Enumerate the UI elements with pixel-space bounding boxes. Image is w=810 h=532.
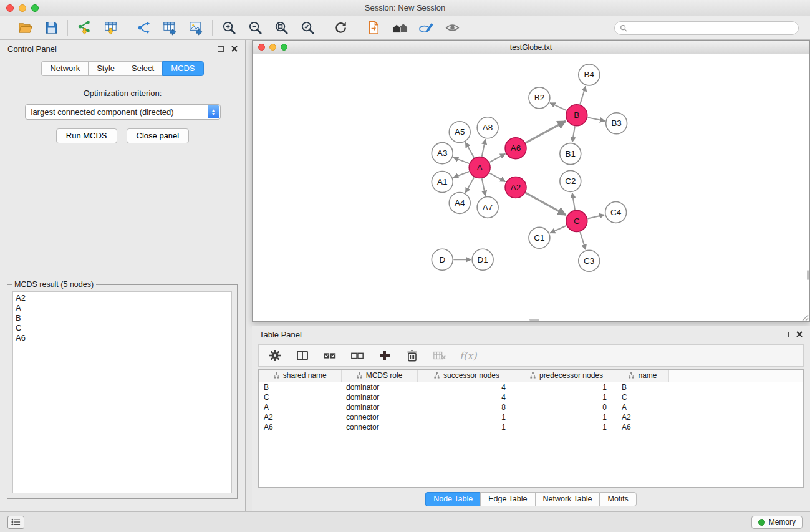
mcds-result-item[interactable]: A2 <box>16 293 229 303</box>
delete-table-icon[interactable] <box>432 348 447 363</box>
network-window-titlebar[interactable]: testGlobe.txt <box>253 41 809 54</box>
export-network-icon[interactable] <box>135 19 152 37</box>
table-cell[interactable]: B <box>617 382 668 392</box>
close-window-button[interactable] <box>6 4 14 12</box>
table-row[interactable]: Adominator80A <box>259 402 803 412</box>
table-row[interactable]: A2connector11A2 <box>259 412 803 422</box>
table-cell[interactable]: C <box>617 392 668 402</box>
select-all-icon[interactable] <box>322 348 337 363</box>
memory-button[interactable]: Memory <box>751 516 803 529</box>
function-builder-icon[interactable]: f(x) <box>460 350 476 362</box>
table-cell[interactable]: A6 <box>259 422 341 432</box>
table-cell[interactable]: 1 <box>516 412 617 422</box>
zoom-window-button[interactable] <box>31 4 39 12</box>
optimization-criterion-select[interactable]: largest connected component (directed) ▲… <box>25 104 221 120</box>
deselect-all-icon[interactable] <box>350 348 365 363</box>
export-image-icon[interactable] <box>187 19 205 37</box>
graph-node-C4[interactable]: C4 <box>605 201 627 223</box>
graph-node-A2[interactable]: A2 <box>505 177 526 198</box>
table-cell[interactable]: A2 <box>259 412 341 422</box>
graph-node-C[interactable]: C <box>566 210 587 231</box>
table-cell[interactable]: A6 <box>617 422 668 432</box>
column-header-name[interactable]: name <box>617 370 668 382</box>
add-icon[interactable] <box>377 348 392 363</box>
open-session-icon[interactable] <box>16 19 34 37</box>
graph-edge-C-C1[interactable] <box>550 226 566 233</box>
graph-node-A3[interactable]: A3 <box>432 143 453 164</box>
table-cell[interactable]: 1 <box>417 412 516 422</box>
graph-edge-A-A5[interactable] <box>466 142 475 158</box>
graph-node-B[interactable]: B <box>566 105 587 126</box>
zoom-in-icon[interactable] <box>220 19 238 37</box>
table-cell[interactable]: dominator <box>341 402 417 412</box>
table-cell[interactable]: 1 <box>417 422 516 432</box>
export-table-icon[interactable] <box>161 19 178 37</box>
graph-node-A8[interactable]: A8 <box>477 117 498 138</box>
table-cell[interactable]: 1 <box>516 382 617 392</box>
graph-node-C2[interactable]: C2 <box>560 171 581 192</box>
graph-edge-A-A7[interactable] <box>482 178 486 196</box>
graph-node-A5[interactable]: A5 <box>449 122 470 143</box>
horizontal-scrollbar-thumb[interactable] <box>529 319 539 321</box>
float-table-panel-icon[interactable] <box>783 332 789 337</box>
graph-edge-A-A1[interactable] <box>453 172 469 178</box>
table-cell[interactable]: 1 <box>516 422 617 432</box>
tab-select[interactable]: Select <box>123 61 162 76</box>
network-canvas[interactable]: B4B2BB3A5A8A6A3B1AA1C2A2A4A7C4CC1C3DD1 <box>253 55 809 321</box>
task-history-icon[interactable] <box>7 516 24 529</box>
mcds-result-list[interactable]: A2ABCA6 <box>12 291 232 493</box>
graph-edge-A-A2[interactable] <box>489 173 506 181</box>
graph-node-A1[interactable]: A1 <box>432 172 453 193</box>
table-cell[interactable]: A2 <box>617 412 668 422</box>
graph-edge-C-C3[interactable] <box>580 232 586 250</box>
network-minimize-button[interactable] <box>269 44 276 51</box>
table-settings-icon[interactable] <box>268 348 282 363</box>
graph-node-A[interactable]: A <box>469 157 490 178</box>
table-cell[interactable]: 1 <box>516 392 617 402</box>
mcds-result-item[interactable]: B <box>16 313 229 323</box>
tab-edge-table[interactable]: Edge Table <box>480 492 534 506</box>
graph-edge-A6-B[interactable] <box>526 121 566 143</box>
graph-edge-A-A4[interactable] <box>466 177 475 193</box>
table-cell[interactable]: connector <box>341 412 417 422</box>
mcds-result-item[interactable]: A <box>16 303 229 313</box>
close-table-panel-icon[interactable] <box>796 331 803 337</box>
import-network-icon[interactable] <box>75 19 93 37</box>
column-header-successor-nodes[interactable]: successor nodes <box>417 370 516 382</box>
table-cell[interactable]: 4 <box>417 382 516 392</box>
graph-node-A7[interactable]: A7 <box>477 196 498 218</box>
graph-edge-B-B3[interactable] <box>587 117 605 121</box>
graph-node-D[interactable]: D <box>432 249 453 270</box>
table-cell[interactable]: A <box>259 402 341 412</box>
close-panel-icon[interactable] <box>231 46 238 52</box>
graph-edge-A-A6[interactable] <box>489 154 505 162</box>
table-cell[interactable]: A <box>617 402 668 412</box>
table-row[interactable]: Cdominator41C <box>259 392 803 402</box>
table-row[interactable]: Bdominator41B <box>259 382 803 392</box>
graph-node-D1[interactable]: D1 <box>472 249 493 270</box>
table-cell[interactable]: 4 <box>417 392 516 402</box>
table-cell[interactable]: B <box>259 382 341 392</box>
import-table-icon[interactable] <box>102 19 119 37</box>
graph-node-B3[interactable]: B3 <box>606 113 627 134</box>
table-cell[interactable]: dominator <box>341 392 417 402</box>
tab-mcds[interactable]: MCDS <box>162 61 203 76</box>
home-icon[interactable] <box>391 19 408 37</box>
save-session-icon[interactable] <box>42 19 60 37</box>
zoom-fit-icon[interactable] <box>272 19 290 37</box>
show-columns-icon[interactable] <box>295 348 310 363</box>
graph-edge-B-B2[interactable] <box>550 103 566 110</box>
zoom-selected-icon[interactable] <box>299 19 316 37</box>
graph-edge-C-C2[interactable] <box>572 193 575 210</box>
run-mcds-button[interactable]: Run MCDS <box>56 128 117 143</box>
table-cell[interactable]: 0 <box>516 402 617 412</box>
table-cell[interactable]: 8 <box>417 402 516 412</box>
tab-style[interactable]: Style <box>88 61 123 76</box>
graph-edge-A-A3[interactable] <box>453 157 469 163</box>
resize-grip-icon[interactable] <box>801 312 809 321</box>
column-header-shared-name[interactable]: shared name <box>259 370 341 382</box>
graph-node-C1[interactable]: C1 <box>529 227 550 248</box>
zoom-out-icon[interactable] <box>246 19 264 37</box>
mcds-result-item[interactable]: A6 <box>16 333 229 343</box>
eye-icon[interactable] <box>443 19 461 37</box>
